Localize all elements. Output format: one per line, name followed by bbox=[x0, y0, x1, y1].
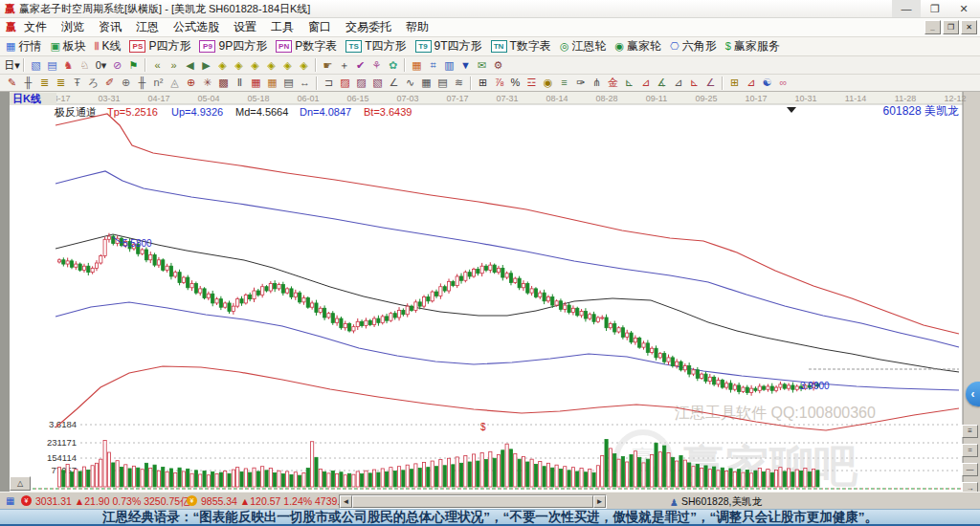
fork-down-icon[interactable]: ⋔ bbox=[589, 76, 605, 90]
calendar-21-icon[interactable]: ▦ bbox=[409, 58, 425, 73]
target-icon[interactable]: ⊕ bbox=[183, 76, 199, 90]
angle-s-icon[interactable]: ∡ bbox=[654, 76, 670, 90]
angle-tool-icon[interactable]: ◬ bbox=[167, 76, 183, 90]
angle-up-icon[interactable]: ⊾ bbox=[621, 76, 637, 90]
mail-icon[interactable]: ✉ bbox=[474, 58, 490, 73]
first-bar-icon[interactable]: « bbox=[149, 58, 166, 73]
window-layout-icon[interactable]: ▧ bbox=[28, 58, 44, 73]
toolbar-P数字表[interactable]: PNP数字表 bbox=[276, 38, 337, 55]
sh-index-quote[interactable]: 3031.31 ▲21.90 0.73% 3250.75亿 bbox=[35, 495, 190, 509]
restore-button[interactable]: ❐ bbox=[921, 0, 949, 17]
grid-4-icon[interactable]: ▤ bbox=[434, 76, 451, 90]
pane-min-button[interactable]: — bbox=[962, 463, 978, 476]
slashes-icon[interactable]: ≋ bbox=[451, 76, 467, 90]
gold-box-icon[interactable]: 金 bbox=[605, 76, 621, 90]
grid-gold-icon[interactable]: ⊞ bbox=[726, 76, 743, 90]
rect-tool-icon[interactable]: ⊐ bbox=[321, 76, 337, 90]
notes-icon[interactable]: ▥ bbox=[441, 58, 457, 73]
scroll-thumb[interactable] bbox=[352, 495, 593, 508]
grid-wide-icon[interactable]: ▤ bbox=[280, 76, 297, 90]
pct-band-icon[interactable]: ⅞ bbox=[491, 76, 507, 90]
rays-icon[interactable]: ▨ bbox=[337, 76, 353, 90]
toolbar-K线[interactable]: ⫴K线 bbox=[95, 38, 122, 55]
menu-资讯[interactable]: 资讯 bbox=[99, 20, 122, 33]
quote-grid-icon[interactable]: ▦ bbox=[6, 495, 14, 506]
menu-浏览[interactable]: 浏览 bbox=[61, 20, 84, 33]
menu-公式选股[interactable]: 公式选股 bbox=[173, 20, 219, 33]
close-button[interactable]: ✕ bbox=[949, 0, 978, 17]
speed-line-icon[interactable]: ⊿ bbox=[670, 76, 686, 90]
percent-icon[interactable]: % bbox=[507, 76, 523, 90]
flag-icon[interactable]: ⚑ bbox=[125, 58, 142, 73]
kline-chart-canvas[interactable]: 03-1703-3104-1705-0405-1806-0106-1507-03… bbox=[0, 92, 980, 492]
toolbar-9T四方形[interactable]: T99T四方形 bbox=[415, 38, 482, 55]
mdi-close-button[interactable]: ✕ bbox=[961, 20, 977, 34]
zero-dropdown-icon[interactable]: 0▾ bbox=[93, 58, 109, 73]
gann-box-red-icon[interactable]: ▦ bbox=[248, 76, 264, 90]
gann-box-2-icon[interactable]: ▦ bbox=[264, 76, 280, 90]
gold-circle-icon[interactable]: ◉ bbox=[540, 76, 556, 90]
pct-line-icon[interactable]: ☲ bbox=[523, 76, 540, 90]
prev-bar-icon[interactable]: ◀ bbox=[182, 58, 198, 73]
n2-tool-icon[interactable]: n² bbox=[150, 76, 167, 90]
horizontal-scrollbar[interactable]: ◄ ► bbox=[339, 494, 607, 509]
menu-工具[interactable]: 工具 bbox=[271, 20, 294, 33]
walk-dark-icon[interactable]: ♘ bbox=[77, 58, 93, 73]
gann-diamond-5-icon[interactable]: ◈ bbox=[279, 58, 296, 73]
toolbar-赢家轮[interactable]: ◉赢家轮 bbox=[614, 38, 661, 55]
bars-tool-icon[interactable]: ╫ bbox=[134, 76, 150, 90]
taiji-icon[interactable]: ☯ bbox=[759, 76, 775, 90]
hatch-2-icon[interactable]: ▧ bbox=[369, 76, 386, 90]
mdi-minimize-button[interactable]: _ bbox=[924, 20, 941, 34]
infinity-icon[interactable]: ∞ bbox=[775, 76, 791, 90]
t-square-icon[interactable]: Ŧ bbox=[69, 76, 85, 90]
forbid-icon[interactable]: ⊘ bbox=[109, 58, 125, 73]
menu-帮助[interactable]: 帮助 bbox=[406, 20, 429, 33]
volume-pane-toggle-button[interactable]: △ bbox=[10, 476, 31, 491]
period-label[interactable]: 日K线 bbox=[10, 93, 56, 105]
menu-交易委托[interactable]: 交易委托 bbox=[345, 20, 391, 33]
truck-icon[interactable]: ⚙ bbox=[490, 58, 506, 73]
sz-index-quote[interactable]: 9855.34 ▲120.57 1.24% 4739.92亿 bbox=[201, 495, 361, 509]
angle-e-icon[interactable]: ⊿ bbox=[637, 76, 654, 90]
toolbar-赢家服务[interactable]: $赢家服务 bbox=[725, 38, 780, 55]
pane-max-button[interactable]: ≡ bbox=[962, 425, 978, 438]
gold-line-icon[interactable]: ≡ bbox=[556, 76, 572, 90]
toolbar-P四方形[interactable]: PSP四方形 bbox=[129, 38, 190, 55]
grid-tool-1-icon[interactable]: ≣ bbox=[36, 76, 53, 90]
last-bar-icon[interactable]: » bbox=[166, 58, 182, 73]
resist-line-icon[interactable]: ⊾ bbox=[686, 76, 702, 90]
menu-江恩[interactable]: 江恩 bbox=[136, 20, 159, 33]
check-icon[interactable]: ✔ bbox=[352, 58, 368, 73]
star-tool-icon[interactable]: ✳ bbox=[199, 76, 215, 90]
period-day-icon[interactable]: 日▾ bbox=[4, 58, 20, 73]
pen-2-icon[interactable]: ✐ bbox=[101, 76, 118, 90]
calculator-icon[interactable]: ⌗ bbox=[425, 58, 441, 73]
menu-窗口[interactable]: 窗口 bbox=[308, 20, 331, 33]
grid-3-icon[interactable]: ▦ bbox=[418, 76, 434, 90]
arc-tool-icon[interactable]: ろ bbox=[85, 76, 101, 90]
gann-diamond-1-icon[interactable]: ◈ bbox=[214, 58, 231, 73]
toolbar-9P四方形[interactable]: P99P四方形 bbox=[199, 38, 267, 55]
ribbon-icon[interactable]: ⚘ bbox=[368, 58, 385, 73]
gann-diamond-2-icon[interactable]: ◈ bbox=[231, 58, 247, 73]
hatch-1-icon[interactable]: ▨ bbox=[353, 76, 369, 90]
scroll-right-button[interactable]: ► bbox=[593, 495, 606, 508]
wheel-small-icon[interactable]: ⊕ bbox=[118, 76, 134, 90]
knit-icon[interactable]: ✿ bbox=[385, 58, 401, 73]
scroll-left-button[interactable]: ◄ bbox=[340, 495, 352, 508]
gann-fan-h-icon[interactable]: ╫ bbox=[20, 76, 36, 90]
chart-mini-icon[interactable]: ⊿ bbox=[743, 76, 759, 90]
minimize-button[interactable]: — bbox=[892, 0, 921, 17]
toolbar-六角形[interactable]: ⎔六角形 bbox=[670, 38, 717, 55]
fan-line-icon[interactable]: ∠ bbox=[702, 76, 719, 90]
toolbar-江恩轮[interactable]: ◎江恩轮 bbox=[560, 38, 607, 55]
toolbar-T四方形[interactable]: TST四方形 bbox=[345, 38, 406, 55]
save-icon[interactable]: ▼ bbox=[457, 58, 474, 73]
toolbar-T数字表[interactable]: TNT数字表 bbox=[491, 38, 551, 55]
cross-icon[interactable]: ＋ bbox=[336, 58, 352, 73]
arrow-wide-icon[interactable]: ↔ bbox=[297, 76, 313, 90]
gann-diamond-3-icon[interactable]: ◈ bbox=[247, 58, 263, 73]
mdi-restore-button[interactable]: ❐ bbox=[943, 20, 959, 34]
current-stock-field[interactable]: ♟ SH601828,美凯龙 bbox=[670, 495, 762, 509]
